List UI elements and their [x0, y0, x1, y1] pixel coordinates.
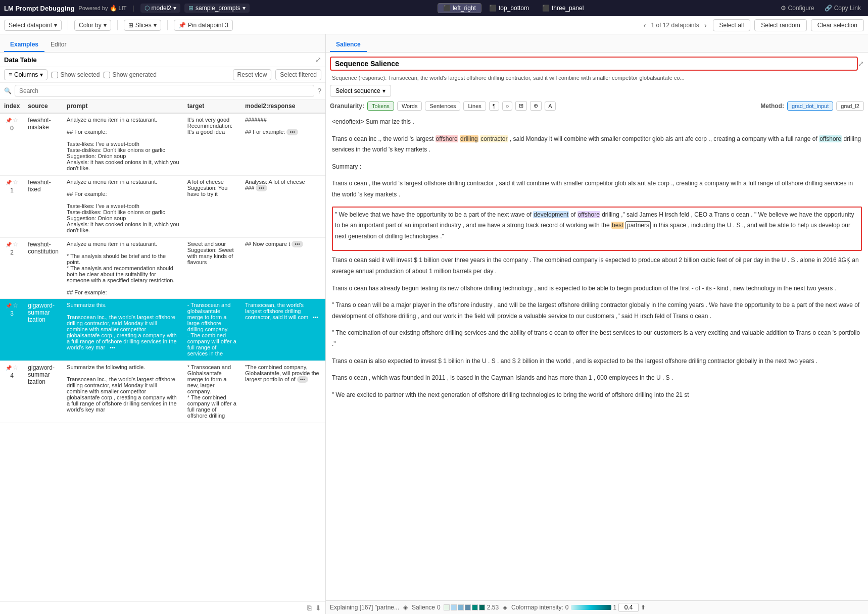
cell-target: It's not very goodRecommendation: It's a…: [183, 113, 241, 176]
search-input[interactable]: [15, 85, 314, 97]
sequence-salience-header: Sequence Salience ⤢: [330, 57, 864, 71]
salience-para-2: Trans o cean , the world 's largest offs…: [332, 178, 862, 200]
show-selected-checkbox[interactable]: [52, 72, 58, 78]
table-row[interactable]: 📌 ☆ 2 fewshot-constitution Analyze a men…: [0, 238, 325, 299]
help-icon[interactable]: ?: [317, 87, 321, 95]
cell-target: - Transocean and globalsantafe merge to …: [183, 299, 241, 361]
gran-words-button[interactable]: Words: [397, 101, 422, 111]
table-row[interactable]: 📌 ☆ 4 gigaword-summarization Summarize t…: [0, 361, 325, 423]
color-swatch-1: [444, 604, 450, 610]
gran-sentences-button[interactable]: Sentences: [425, 101, 460, 111]
slices-button[interactable]: ⊞ Slices ▾: [124, 20, 161, 31]
copy-icon[interactable]: ⎘: [307, 604, 311, 612]
show-selected-label[interactable]: Show selected: [52, 71, 100, 78]
select-sequence-button[interactable]: Select sequence ▾: [330, 85, 391, 97]
data-table-title: Data Table: [4, 56, 315, 64]
tab-top-bottom[interactable]: ⬛ top_bottom: [484, 3, 535, 13]
select-random-button[interactable]: Select random: [754, 19, 806, 31]
chevron-down-icon: ▾: [173, 5, 176, 12]
gran-plus-button[interactable]: ⊕: [530, 101, 542, 111]
layout-tabs: ⬛ left_right ⬛ top_bottom ⬛ three_panel: [438, 3, 589, 13]
explaining-label: Explaining [167] "partne...: [330, 604, 399, 611]
highlight-offshore1: offshore: [436, 135, 458, 142]
reset-view-button[interactable]: Reset view: [233, 69, 272, 80]
data-table: index source prompt target model2:respon…: [0, 99, 325, 423]
chevron-down-icon7: ▾: [382, 87, 385, 94]
explaining-status: Explaining [167] "partne...: [330, 604, 399, 611]
cell-response: ## Now compare t •••: [241, 238, 325, 299]
intensity-spinner[interactable]: ⬆: [641, 604, 646, 611]
gran-grid-button[interactable]: ⊞: [515, 101, 527, 111]
salience-para-1: Trans o cean inc ., the world 's largest…: [332, 134, 862, 156]
left-panel-footer: ⎘ ⬇: [0, 601, 325, 614]
pin-icon: 📌: [178, 22, 186, 29]
salience-status-item: Salience 0 2.53: [412, 604, 499, 611]
copy-link-button[interactable]: 🔗 Copy Link: [822, 4, 864, 13]
method-grad-dot-button[interactable]: grad_dot_input: [787, 101, 833, 111]
chevron-down-icon5: ▾: [154, 22, 157, 29]
pin-datapoint-button[interactable]: 📌 Pin datapoint 3: [174, 20, 233, 31]
colormap-bar: [571, 605, 611, 610]
star-icon[interactable]: ☆: [13, 117, 18, 124]
tab-left-right[interactable]: ⬛ left_right: [438, 3, 481, 13]
columns-button[interactable]: ≡ Columns ▾: [4, 69, 47, 80]
show-generated-checkbox[interactable]: [104, 72, 110, 78]
expand-salience-button[interactable]: ⤢: [858, 60, 864, 68]
salience-panel[interactable]: Sequence Salience ⤢ Sequence (response):…: [326, 53, 868, 600]
gran-tokens-button[interactable]: Tokens: [367, 101, 394, 111]
main-content: Examples Editor Data Table ⤢ ≡ Columns ▾…: [0, 34, 868, 614]
columns-icon: ≡: [9, 71, 12, 78]
gran-circle-button[interactable]: ○: [502, 101, 513, 111]
salience-para-3: " We believe that we have the opportunit…: [335, 210, 859, 242]
star-icon2[interactable]: ☆: [13, 179, 18, 186]
salience-para-8: Trans o cean is also expected to invest …: [332, 356, 862, 367]
cell-source: fewshot-mistake: [24, 113, 63, 176]
color-swatch-5: [472, 604, 478, 610]
cell-target: Sweet and sourSuggestion: Sweet with man…: [183, 238, 241, 299]
next-datapoint-button[interactable]: ›: [702, 21, 709, 29]
tab-editor[interactable]: Editor: [44, 38, 72, 52]
separator3: [167, 20, 168, 30]
color-swatch-6: [479, 604, 485, 610]
table-row[interactable]: 📌 ☆ 0 fewshot-mistake Analyze a menu ite…: [0, 113, 325, 176]
cell-index: 📌 ☆ 1: [0, 176, 24, 238]
expand-table-button[interactable]: ⤢: [315, 56, 321, 64]
chevron-down-icon6: ▾: [40, 71, 43, 78]
tab-examples[interactable]: Examples: [4, 38, 44, 52]
gran-text-button[interactable]: A: [545, 101, 555, 111]
select-datapoint-button[interactable]: Select datapoint ▾: [4, 20, 62, 31]
star-icon3[interactable]: ☆: [13, 241, 18, 248]
table-row-selected[interactable]: 📌 ☆ 3 gigaword-summarization Summarize t…: [0, 299, 325, 361]
select-filtered-button[interactable]: Select filtered: [275, 69, 321, 80]
select-all-button[interactable]: Select all: [713, 19, 751, 31]
grid-icon: ⊞: [188, 5, 194, 12]
pin-empty-icon4: 📌: [6, 365, 12, 371]
table-toolbar: ≡ Columns ▾ Show selected Show generated…: [0, 67, 325, 83]
intensity-input[interactable]: [618, 603, 639, 612]
granularity-label: Granularity:: [330, 103, 364, 110]
method-grad-l2-button[interactable]: grad_l2: [836, 101, 864, 111]
link-icon: 🔗: [825, 5, 832, 12]
clear-selection-button[interactable]: Clear selection: [811, 19, 864, 31]
tab-three-panel[interactable]: ⬛ three_panel: [537, 3, 589, 13]
data-table-container[interactable]: index source prompt target model2:respon…: [0, 99, 325, 601]
highlight-best: best: [611, 222, 624, 229]
separator2: [117, 20, 118, 30]
show-generated-label[interactable]: Show generated: [104, 71, 156, 78]
star-icon4[interactable]: ☆: [13, 302, 18, 309]
color-by-button[interactable]: Color by ▾: [74, 20, 111, 31]
model-selector[interactable]: ⬡ model2 ▾: [140, 4, 180, 13]
toolbar-right: ‹ 1 of 12 datapoints › Select all Select…: [642, 19, 864, 31]
search-icon: 🔍: [4, 87, 12, 94]
download-icon[interactable]: ⬇: [315, 604, 321, 612]
configure-button[interactable]: ⚙ Configure: [778, 4, 817, 13]
prev-datapoint-button[interactable]: ‹: [642, 21, 648, 29]
chevron-down-icon2: ▾: [243, 5, 246, 12]
star-icon5[interactable]: ☆: [13, 364, 18, 371]
dataset-selector[interactable]: ⊞ sample_prompts ▾: [184, 4, 250, 13]
table-row[interactable]: 📌 ☆ 1 fewshot-fixed Analyze a menu item …: [0, 176, 325, 238]
gran-para-button[interactable]: ¶: [489, 101, 499, 111]
gran-lines-button[interactable]: Lines: [463, 101, 486, 111]
top-bar: LM Prompt Debugging Powered by 🔥 LIT | ⬡…: [0, 0, 868, 16]
tab-salience[interactable]: Salience: [330, 38, 367, 52]
